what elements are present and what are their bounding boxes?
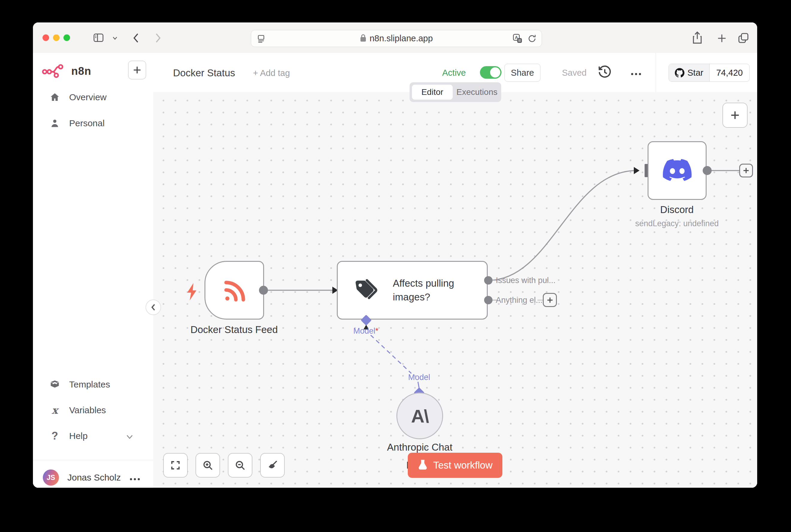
node-title-classifier: Affects pulling images? <box>393 277 480 304</box>
zoom-in-button[interactable] <box>196 453 220 477</box>
saved-status: Saved <box>562 68 587 78</box>
tab-executions[interactable]: Executions <box>453 88 501 97</box>
output-port-docker[interactable] <box>259 286 268 295</box>
new-workflow-button[interactable] <box>128 61 146 79</box>
address-bar[interactable]: n8n.sliplane.app A <box>251 30 542 47</box>
n8n-logo-icon <box>42 64 67 79</box>
sidebar-item-help[interactable]: ? Help <box>50 431 88 441</box>
tab-editor[interactable]: Editor <box>412 85 453 100</box>
sidebar-collapse-button[interactable] <box>146 300 161 315</box>
node-classifier[interactable]: Affects pulling images? <box>337 261 488 320</box>
app-logo-text: n8n <box>71 65 91 77</box>
node-docker-status-feed[interactable] <box>204 261 264 320</box>
node-subtitle-discord: sendLegacy: undefined <box>614 219 740 228</box>
workflow-menu-icon[interactable] <box>629 71 641 76</box>
sidebar-item-overview[interactable]: Overview <box>50 92 107 102</box>
zoom-window-button[interactable] <box>63 34 70 41</box>
sidebar-item-label: Templates <box>69 379 110 390</box>
sidebar-item-label: Overview <box>69 92 107 102</box>
package-icon <box>50 379 60 390</box>
history-icon[interactable] <box>597 64 612 81</box>
view-tabs: Editor Executions <box>409 82 501 102</box>
back-button[interactable] <box>132 32 141 46</box>
sidebar-item-personal[interactable]: Personal <box>50 118 105 129</box>
sidebar-toggle-icon[interactable] <box>92 32 105 45</box>
minimize-window-button[interactable] <box>53 34 59 41</box>
close-window-button[interactable] <box>42 34 49 41</box>
canvas-add-node-button[interactable] <box>722 102 748 128</box>
star-count[interactable]: 74,420 <box>710 64 749 81</box>
translate-icon[interactable]: A <box>512 34 523 45</box>
lock-icon <box>360 34 366 43</box>
github-star-button[interactable]: Star <box>669 64 710 81</box>
help-chevron-down-icon[interactable] <box>125 434 134 441</box>
reload-icon[interactable] <box>527 34 537 44</box>
person-icon <box>50 118 60 129</box>
anthropic-logo: A\ <box>411 405 428 427</box>
app-sidebar: n8n Overview Personal <box>33 53 153 488</box>
tidy-up-button[interactable] <box>260 453 285 477</box>
browser-toolbar: n8n.sliplane.app A <box>33 22 757 53</box>
share-icon[interactable] <box>691 31 703 46</box>
page-format-icon[interactable] <box>256 34 266 44</box>
forward-button[interactable] <box>153 32 162 46</box>
user-name: Jonas Scholz <box>67 473 121 482</box>
user-options-icon[interactable] <box>128 476 140 481</box>
test-workflow-button[interactable]: Test workflow <box>408 453 502 478</box>
add-node-after-discord-button[interactable] <box>739 164 753 177</box>
share-button[interactable]: Share <box>504 64 540 82</box>
tab-overview-icon[interactable] <box>737 32 750 45</box>
output-port-issues[interactable] <box>484 276 493 285</box>
screenshot-stage: n8n.sliplane.app A <box>0 0 791 532</box>
rss-icon <box>221 278 249 306</box>
new-tab-icon[interactable] <box>716 33 728 45</box>
browser-window: n8n.sliplane.app A <box>33 22 757 488</box>
workflow-title[interactable]: Docker Status <box>173 67 235 79</box>
github-star-widget[interactable]: Star 74,420 <box>668 64 750 82</box>
flask-icon <box>418 459 428 471</box>
star-label: Star <box>687 68 703 78</box>
url-text: n8n.sliplane.app <box>369 34 433 43</box>
n8n-app: n8n Overview Personal <box>33 53 757 488</box>
sidebar-item-label: Help <box>69 431 88 441</box>
variable-icon: x <box>50 405 60 416</box>
fit-view-button[interactable] <box>163 453 188 477</box>
output-label-anything-else: Anything el... <box>496 296 542 305</box>
active-label: Active <box>442 68 466 78</box>
add-tag-button[interactable]: + Add tag <box>253 68 290 78</box>
output-label-issues: Issues with pul... <box>496 276 556 285</box>
github-icon <box>675 68 684 77</box>
node-label-docker: Docker Status Feed <box>174 324 294 336</box>
workflow-canvas[interactable]: Docker Status Feed Affects pulling image… <box>153 92 757 488</box>
chevron-down-icon[interactable] <box>111 36 118 42</box>
output-port-discord[interactable] <box>703 166 712 175</box>
header-divider <box>656 53 656 92</box>
active-toggle[interactable] <box>480 66 501 79</box>
node-discord[interactable] <box>648 141 706 200</box>
sidebar-item-templates[interactable]: Templates <box>50 379 110 390</box>
trigger-bolt-icon <box>185 283 200 302</box>
node-label-anthropic-line1: Anthropic Chat <box>369 442 471 453</box>
user-menu[interactable]: JS Jonas Scholz <box>43 470 121 486</box>
tags-icon <box>353 278 381 302</box>
sidebar-item-label: Personal <box>69 118 105 128</box>
output-port-anything-else[interactable] <box>484 296 493 304</box>
sidebar-divider <box>33 460 153 460</box>
sidebar-item-variables[interactable]: x Variables <box>50 405 106 416</box>
node-anthropic-chat-model[interactable]: A\ <box>397 393 443 439</box>
node-label-discord: Discord <box>632 204 722 215</box>
sidebar-item-label: Variables <box>69 405 106 415</box>
anthropic-model-label: Model <box>401 373 437 382</box>
app-main: Docker Status + Add tag Active Share Sav… <box>153 53 757 488</box>
zoom-out-button[interactable] <box>228 453 252 477</box>
avatar: JS <box>43 470 59 486</box>
discord-icon <box>663 156 692 186</box>
question-icon: ? <box>50 431 60 441</box>
add-node-anything-else-button[interactable] <box>543 293 557 307</box>
model-port-label: Model* <box>348 326 384 336</box>
test-workflow-label: Test workflow <box>433 460 493 471</box>
home-icon <box>50 92 60 102</box>
